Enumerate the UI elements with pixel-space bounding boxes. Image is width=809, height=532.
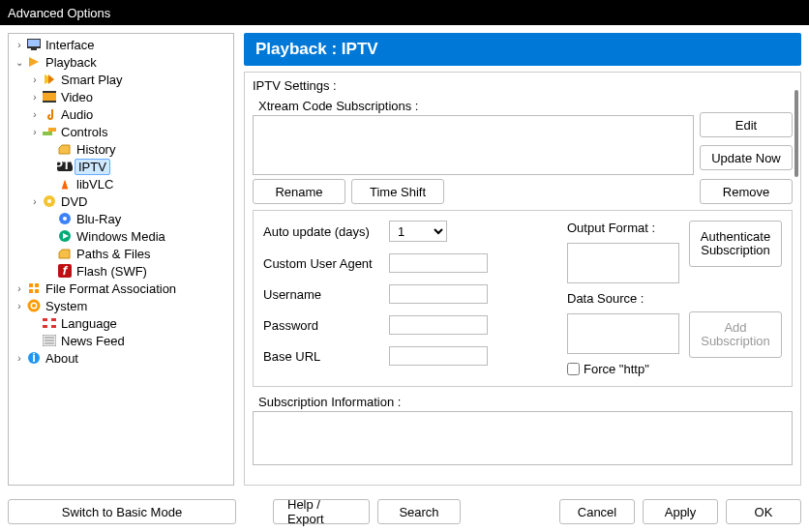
chevron-right-icon[interactable]: ›: [28, 92, 42, 103]
credentials-section: Auto update (days)1 Custom User Agent Us…: [253, 210, 793, 387]
tree-iptv[interactable]: IPTVIPTV: [9, 158, 233, 175]
tree-label: Video: [59, 90, 95, 104]
tree-bluray[interactable]: Blu-Ray: [9, 210, 233, 227]
scrollbar[interactable]: [794, 90, 798, 177]
tree-label: libVLC: [75, 177, 115, 192]
libvlc-icon: [57, 176, 73, 192]
chevron-right-icon[interactable]: ›: [13, 353, 26, 364]
tree-video[interactable]: ›Video: [9, 88, 233, 105]
audio-icon: [42, 106, 57, 122]
chevron-right-icon[interactable]: ›: [13, 40, 26, 50]
tree-smartplay[interactable]: ›Smart Play: [9, 71, 233, 88]
base-url-input[interactable]: [389, 346, 488, 366]
sub-action-row: Rename Time Shift Remove: [253, 179, 793, 204]
rename-button[interactable]: Rename: [253, 179, 345, 204]
tree-language[interactable]: Language: [9, 314, 233, 332]
tree-label: Audio: [59, 107, 95, 122]
tree-label: Controls: [59, 125, 109, 139]
svg-rect-25: [35, 289, 39, 293]
tree-controls[interactable]: ›Controls: [9, 123, 233, 140]
data-source-box[interactable]: [567, 313, 679, 354]
history-icon: [57, 141, 73, 157]
chevron-right-icon[interactable]: ›: [28, 196, 42, 207]
tree-dvd[interactable]: ›DVD: [9, 192, 233, 210]
content: ›Interface ⌄Playback ›Smart Play ›Video …: [0, 25, 809, 493]
help-export-button[interactable]: Help / Export: [273, 499, 370, 524]
remove-button[interactable]: Remove: [700, 179, 793, 204]
switch-basic-mode-button[interactable]: Switch to Basic Mode: [8, 499, 236, 524]
tree-flash[interactable]: fFlash (SWF): [9, 262, 233, 280]
xtream-subscriptions-list[interactable]: [253, 115, 694, 175]
svg-rect-30: [47, 318, 51, 328]
authenticate-subscription-button[interactable]: Authenticate Subscription: [689, 221, 782, 267]
chevron-right-icon[interactable]: ›: [28, 109, 42, 120]
svg-rect-9: [43, 132, 52, 135]
timeshift-button[interactable]: Time Shift: [351, 179, 444, 204]
add-subscription-button[interactable]: Add Subscription: [689, 311, 782, 358]
news-icon: [42, 333, 57, 348]
update-now-button[interactable]: Update Now: [700, 145, 793, 170]
chevron-right-icon[interactable]: ›: [28, 74, 42, 85]
tree-audio[interactable]: ›Audio: [9, 105, 233, 123]
custom-user-agent-input[interactable]: [389, 253, 488, 273]
subscription-info-box[interactable]: [253, 411, 793, 465]
search-button[interactable]: Search: [377, 499, 461, 524]
playback-icon: [26, 54, 42, 70]
main-panel: Playback : IPTV IPTV Settings : Xtream C…: [244, 33, 801, 486]
chevron-down-icon[interactable]: ⌄: [13, 57, 26, 68]
tree-assoc[interactable]: ›File Format Association: [9, 280, 233, 297]
tree-news[interactable]: News Feed: [9, 332, 233, 349]
tree-playback[interactable]: ⌄Playback: [9, 53, 233, 71]
cua-label: Custom User Agent: [263, 256, 381, 271]
tree-winmedia[interactable]: Windows Media: [9, 227, 233, 245]
subscription-info-section: Subscription Information :: [253, 395, 793, 465]
output-format-label: Output Format :: [567, 221, 679, 235]
edit-button[interactable]: Edit: [700, 112, 793, 137]
force-http-row[interactable]: Force "http": [567, 362, 679, 376]
about-icon: i: [26, 350, 42, 366]
tree-system[interactable]: ›System: [9, 297, 233, 314]
tree-paths[interactable]: Paths & Files: [9, 245, 233, 262]
svg-text:IPTV: IPTV: [57, 162, 73, 171]
tree-label: Flash (SWF): [75, 264, 149, 279]
footer: Switch to Basic Mode Help / Export Searc…: [0, 493, 809, 532]
tree-label: IPTV: [75, 159, 110, 175]
tree-about[interactable]: ›iAbout: [9, 349, 233, 367]
auto-update-select[interactable]: 1: [389, 221, 447, 242]
svg-marker-13: [61, 178, 69, 190]
bluray-icon: [57, 211, 73, 226]
iptv-icon: IPTV: [57, 159, 73, 174]
chevron-right-icon[interactable]: ›: [28, 127, 42, 137]
flash-icon: f: [57, 263, 73, 279]
sidebar-tree[interactable]: ›Interface ⌄Playback ›Smart Play ›Video …: [8, 33, 234, 486]
svg-rect-1: [28, 40, 40, 46]
subscription-info-label: Subscription Information :: [253, 395, 793, 409]
password-input[interactable]: [389, 315, 488, 335]
tree-label: Smart Play: [59, 73, 125, 87]
svg-rect-22: [29, 283, 33, 287]
svg-rect-10: [48, 128, 56, 132]
svg-rect-23: [35, 283, 39, 287]
username-input[interactable]: [389, 284, 488, 304]
winmedia-icon: [57, 228, 73, 244]
cancel-button[interactable]: Cancel: [559, 499, 635, 524]
svg-text:i: i: [32, 351, 36, 365]
tree-interface[interactable]: ›Interface: [9, 36, 233, 53]
apply-button[interactable]: Apply: [643, 499, 718, 524]
window: Advanced Options ›Interface ⌄Playback ›S…: [0, 0, 809, 532]
ok-button[interactable]: OK: [726, 499, 801, 524]
force-http-checkbox[interactable]: [567, 363, 580, 375]
tree-label: About: [44, 351, 80, 366]
tree-label: Paths & Files: [75, 247, 153, 261]
tree-label: Language: [59, 316, 119, 331]
tree-libvlc[interactable]: libVLC: [9, 175, 233, 192]
settings-body: IPTV Settings : Xtream Code Subscription…: [244, 72, 801, 486]
chevron-right-icon[interactable]: ›: [13, 283, 26, 294]
svg-point-27: [32, 304, 36, 308]
output-format-box[interactable]: [567, 243, 679, 283]
data-source-label: Data Source :: [567, 291, 679, 306]
tree-history[interactable]: History: [9, 140, 233, 158]
svg-rect-24: [29, 289, 33, 293]
chevron-right-icon[interactable]: ›: [13, 301, 26, 311]
password-label: Password: [263, 318, 381, 333]
